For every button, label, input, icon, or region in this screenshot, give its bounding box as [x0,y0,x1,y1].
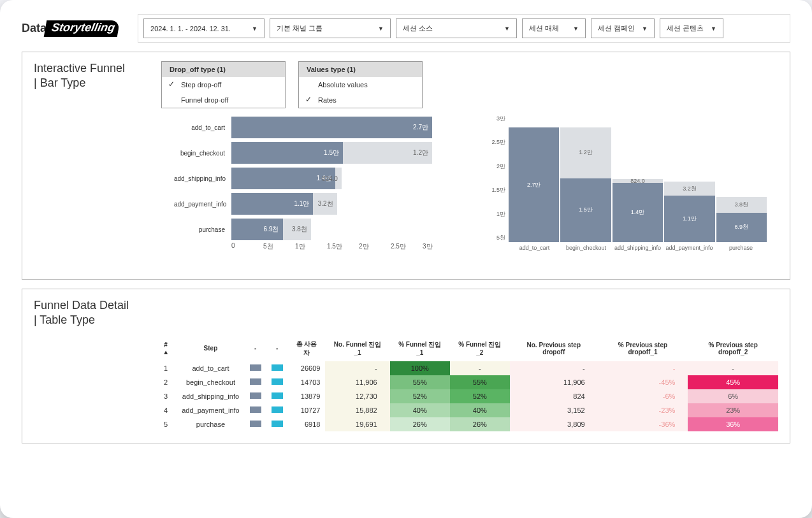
values-rates-option[interactable]: Rates [299,92,422,108]
v-axis-y: 3만2.5만2만1.5만1만5천 [486,115,505,242]
cell-num: 1 [155,361,177,375]
vaxis-label: begin_checkout [560,245,612,251]
hbar-label: add_payment_info [174,201,231,208]
cell-pf2: 40% [450,403,510,417]
cell-pf1: 52% [390,389,450,403]
cell-pp2: 36% [688,417,778,431]
col-np[interactable]: No. Previous step dropoff [510,336,598,361]
vbar-drop: 1.2만 [560,127,611,178]
col-nf1[interactable]: No. Funnel 진입_1 [325,336,389,361]
dropoff-type-selector: Drop_off type (1) Step drop-off Funnel d… [161,61,286,108]
hbar-main: 1.1만 [231,193,313,215]
cell-minibar2 [266,375,288,389]
minibar-blue-icon [250,421,261,427]
table-row: 2begin_checkout1470311,90655%55%11,906-4… [155,375,778,389]
cell-np: 3,809 [510,417,598,431]
cell-np: - [510,361,598,375]
title-line-2: | Table Type [34,313,149,327]
cell-minibar2 [266,389,288,403]
cell-users: 14703 [288,375,326,389]
title-line-1: Funnel Data Detail [34,298,149,313]
col-bar1[interactable]: - [245,336,266,361]
logo-text-2: Storytelling [44,20,120,37]
cell-minibar1 [245,417,266,431]
cell-pp1: -45% [598,375,688,389]
hbar-row: purchase6.9천3.8천 [174,217,454,242]
filter-daterange-label: 2024. 1. 1. - 2024. 12. 31. [150,25,231,32]
hbar-main: 1.4만 [231,168,335,189]
dropoff-step-option[interactable]: Step drop-off [162,77,285,92]
cell-pp1: - [598,361,688,375]
cell-nf1: 11,906 [325,375,389,389]
hbar-row: begin_checkout1.5만1.2만 [174,140,454,166]
filter-channel[interactable]: 기본 채널 그룹▼ [270,18,391,38]
cell-num: 5 [155,417,177,431]
funnel-bar-card: Interactive Funnel | Bar Type Drop_off t… [22,52,790,280]
vbar-main: 2.7만 [509,127,559,242]
cell-minibar1 [245,375,266,389]
title-line-1: Interactive Funnel [34,61,149,76]
filter-daterange[interactable]: 2024. 1. 1. - 2024. 12. 31.▼ [143,18,265,38]
table-row: 5purchase691819,69126%26%3,809-36%36% [155,417,778,431]
hbar-label: purchase [174,226,231,233]
col-users[interactable]: 총 사용자 [288,336,326,361]
caret-down-icon: ▼ [573,25,579,32]
minibar-cyan-icon [272,364,283,371]
col-num[interactable]: # ▲ [155,336,177,361]
col-bar2[interactable]: - [266,336,288,361]
cell-minibar1 [245,361,266,375]
values-type-header: Values type (1) [299,62,422,77]
dropoff-type-header: Drop_off type (1) [162,62,285,77]
filter-source[interactable]: 세션 소스▼ [396,18,517,38]
cell-step: add_payment_info [177,403,245,417]
vaxis-label: purchase [715,245,767,251]
funnel-bar-title: Interactive Funnel | Bar Type [34,61,149,91]
filter-campaign[interactable]: 세션 캠페인▼ [591,18,655,38]
col-pp1[interactable]: % Previous step dropoff_1 [598,336,688,361]
hbar-row: add_to_cart2.7만 [174,115,454,140]
minibar-blue-icon [250,406,261,413]
vbar-col: 2.7만 [509,127,559,242]
cell-pp1: -6% [598,389,688,403]
cell-pp2: - [688,361,778,375]
cell-pp1: -36% [598,417,688,431]
cell-step: add_shipping_info [177,389,245,403]
table-row: 1add_to_cart26609-100%---- [155,361,778,375]
cell-num: 4 [155,403,177,417]
vaxis-label: add_shipping_info [612,245,663,251]
col-pf1[interactable]: % Funnel 진입_1 [390,336,450,361]
minibar-cyan-icon [272,406,283,413]
cell-pp1: -23% [598,403,688,417]
cell-pp2: 6% [688,389,778,403]
cell-users: 6918 [288,417,326,431]
cell-pf2: 55% [450,375,510,389]
hbar-drop: 3.8천 [283,219,311,240]
filter-source-label: 세션 소스 [403,24,433,33]
minibar-cyan-icon [272,421,283,427]
filter-content[interactable]: 세션 콘텐츠▼ [660,18,723,38]
table-row: 4add_payment_info1072715,88240%40%3,152-… [155,403,778,417]
col-step[interactable]: Step [177,336,245,361]
vbar-drop: 3.8천 [716,197,767,213]
cell-nf1: 15,882 [325,403,389,417]
cell-pf1: 55% [390,375,450,389]
values-abs-option[interactable]: Absolute values [299,77,422,92]
cell-nf1: 19,691 [325,417,389,431]
funnel-data-table: # ▲ Step - - 총 사용자 No. Funnel 진입_1 % Fun… [155,336,778,431]
cell-num: 2 [155,375,177,389]
dropoff-funnel-option[interactable]: Funnel drop-off [162,92,285,108]
hbar-label: add_shipping_info [174,175,231,182]
hbar-row: add_shipping_info1.4만824.0 [174,166,454,191]
col-pf2[interactable]: % Funnel 진입_2 [450,336,510,361]
hbar-drop: 824.0 [335,168,342,189]
hbar-label: add_to_cart [174,124,231,131]
minibar-blue-icon [250,364,261,371]
cell-pf2: 52% [450,389,510,403]
funnel-table-card: Funnel Data Detail | Table Type # ▲ Step… [22,289,790,443]
filter-medium[interactable]: 세션 매체▼ [522,18,586,38]
cell-step: add_to_cart [177,361,245,375]
vbar-col: 3.2천1.1만 [664,182,714,242]
col-pp2[interactable]: % Previous step dropoff_2 [688,336,778,361]
hbar-main: 2.7만 [231,117,432,138]
cell-minibar1 [245,403,266,417]
